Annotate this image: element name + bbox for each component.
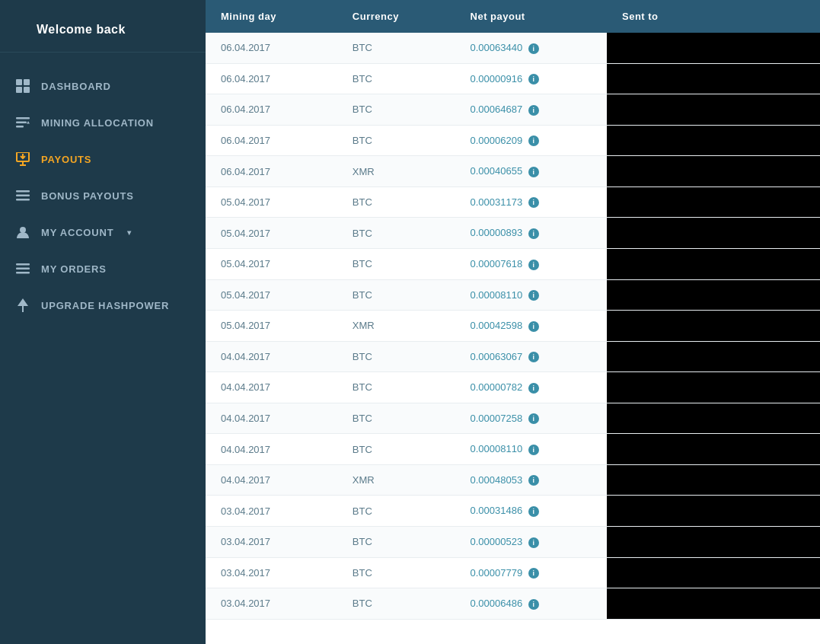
- table-row: 06.04.2017BTC0.00006209 i: [206, 125, 820, 156]
- cell-sent: [607, 125, 820, 156]
- svg-rect-12: [16, 190, 30, 193]
- table-row: 06.04.2017BTC0.00000916 i: [206, 63, 820, 94]
- sidebar-item-bonus-payouts[interactable]: BONUS PAYOUTS: [0, 177, 206, 214]
- cell-payout: 0.00031486 i: [455, 496, 607, 527]
- bonus-payouts-icon: [15, 188, 30, 203]
- svg-rect-5: [16, 122, 27, 124]
- info-icon[interactable]: i: [528, 74, 539, 84]
- svg-rect-14: [16, 199, 30, 201]
- bonus-payouts-label: BONUS PAYOUTS: [41, 190, 134, 202]
- upgrade-hashpower-label: UPGRADE HASHPOWER: [41, 300, 169, 311]
- payouts-icon: [15, 151, 30, 167]
- info-icon[interactable]: i: [528, 383, 539, 394]
- cell-date: 06.04.2017: [206, 63, 337, 94]
- table-row: 05.04.2017BTC0.00000893 i: [206, 218, 820, 249]
- cell-currency: BTC: [337, 218, 455, 249]
- cell-payout: 0.00006209 i: [455, 125, 607, 156]
- info-icon[interactable]: i: [528, 135, 539, 146]
- info-icon[interactable]: i: [528, 197, 539, 208]
- sidebar-item-payouts[interactable]: PAYOUTS: [0, 141, 206, 177]
- sidebar-item-dashboard[interactable]: DASHBOARD: [0, 68, 206, 104]
- info-icon[interactable]: i: [528, 260, 539, 270]
- svg-rect-6: [16, 126, 24, 128]
- cell-sent: [607, 279, 820, 311]
- cell-sent: [607, 63, 820, 94]
- info-icon[interactable]: i: [528, 413, 539, 424]
- table-row: 06.04.2017XMR0.00040655 i: [206, 156, 820, 187]
- cell-payout: 0.00006486 i: [455, 588, 607, 620]
- sidebar-header: Welcome back: [0, 0, 206, 53]
- table-row: 03.04.2017BTC0.00007779 i: [206, 557, 820, 588]
- table-row: 05.04.2017XMR0.00042598 i: [206, 311, 820, 342]
- cell-date: 03.04.2017: [206, 527, 337, 558]
- cell-payout: 0.00000916 i: [455, 63, 607, 94]
- cell-date: 04.04.2017: [206, 464, 337, 496]
- info-icon[interactable]: i: [528, 228, 539, 239]
- cell-payout: 0.00040655 i: [455, 156, 607, 187]
- svg-rect-13: [16, 195, 30, 197]
- cell-sent: [607, 311, 820, 342]
- svg-rect-1: [24, 79, 30, 85]
- info-icon[interactable]: i: [528, 537, 539, 548]
- cell-currency: BTC: [337, 434, 455, 465]
- cell-payout: 0.00000893 i: [455, 218, 607, 249]
- info-icon[interactable]: i: [528, 568, 539, 579]
- cell-date: 06.04.2017: [206, 125, 337, 156]
- sidebar-item-my-orders[interactable]: MY ORDERS: [0, 250, 206, 287]
- cell-payout: 0.00000523 i: [455, 527, 607, 558]
- cell-currency: XMR: [337, 464, 455, 496]
- cell-date: 06.04.2017: [206, 33, 337, 63]
- cell-date: 04.04.2017: [206, 341, 337, 372]
- cell-payout: 0.00064687 i: [455, 94, 607, 126]
- cell-date: 05.04.2017: [206, 279, 337, 311]
- cell-date: 05.04.2017: [206, 311, 337, 342]
- table-row: 06.04.2017BTC0.00064687 i: [206, 94, 820, 126]
- cell-sent: [607, 557, 820, 588]
- col-header-currency: Currency: [337, 0, 455, 33]
- info-icon[interactable]: i: [528, 352, 539, 362]
- table-row: 04.04.2017BTC0.00000782 i: [206, 372, 820, 403]
- table-row: 05.04.2017BTC0.00031173 i: [206, 187, 820, 218]
- my-account-label: MY ACCOUNT: [41, 227, 113, 238]
- cell-date: 05.04.2017: [206, 187, 337, 218]
- cell-payout: 0.00007779 i: [455, 557, 607, 588]
- cell-date: 04.04.2017: [206, 434, 337, 465]
- info-icon[interactable]: i: [528, 290, 539, 301]
- info-icon[interactable]: i: [528, 475, 539, 486]
- cell-sent: [607, 156, 820, 187]
- info-icon[interactable]: i: [528, 43, 539, 54]
- info-icon[interactable]: i: [528, 105, 539, 116]
- cell-payout: 0.00000782 i: [455, 372, 607, 403]
- info-icon[interactable]: i: [528, 445, 539, 455]
- cell-payout: 0.00031173 i: [455, 187, 607, 218]
- welcome-text: Welcome back: [37, 23, 169, 37]
- sidebar-item-upgrade-hashpower[interactable]: UPGRADE HASHPOWER: [0, 287, 206, 324]
- cell-payout: 0.00063440 i: [455, 33, 607, 63]
- cell-currency: BTC: [337, 496, 455, 527]
- info-icon[interactable]: i: [528, 599, 539, 610]
- my-orders-icon: [15, 261, 30, 276]
- cell-sent: [607, 248, 820, 279]
- svg-marker-19: [18, 298, 28, 312]
- info-icon[interactable]: i: [528, 321, 539, 332]
- cell-currency: BTC: [337, 279, 455, 311]
- upgrade-hashpower-icon: [15, 298, 30, 313]
- info-icon[interactable]: i: [528, 506, 539, 517]
- sidebar-item-my-account[interactable]: MY ACCOUNT ▾: [0, 214, 206, 250]
- mining-allocation-label: MINING ALLOCATION: [41, 117, 154, 129]
- cell-date: 03.04.2017: [206, 557, 337, 588]
- table-row: 06.04.2017BTC0.00063440 i: [206, 33, 820, 63]
- cell-sent: [607, 403, 820, 434]
- cell-currency: XMR: [337, 311, 455, 342]
- svg-rect-18: [16, 272, 30, 274]
- table-row: 03.04.2017BTC0.00006486 i: [206, 588, 820, 620]
- table-row: 03.04.2017BTC0.00031486 i: [206, 496, 820, 527]
- cell-date: 06.04.2017: [206, 94, 337, 126]
- cell-payout: 0.00008110 i: [455, 279, 607, 311]
- cell-currency: BTC: [337, 527, 455, 558]
- svg-rect-2: [16, 87, 22, 93]
- payouts-label: PAYOUTS: [41, 154, 91, 165]
- svg-rect-16: [16, 263, 30, 266]
- sidebar-item-mining-allocation[interactable]: MINING ALLOCATION: [0, 104, 206, 141]
- info-icon[interactable]: i: [528, 167, 539, 177]
